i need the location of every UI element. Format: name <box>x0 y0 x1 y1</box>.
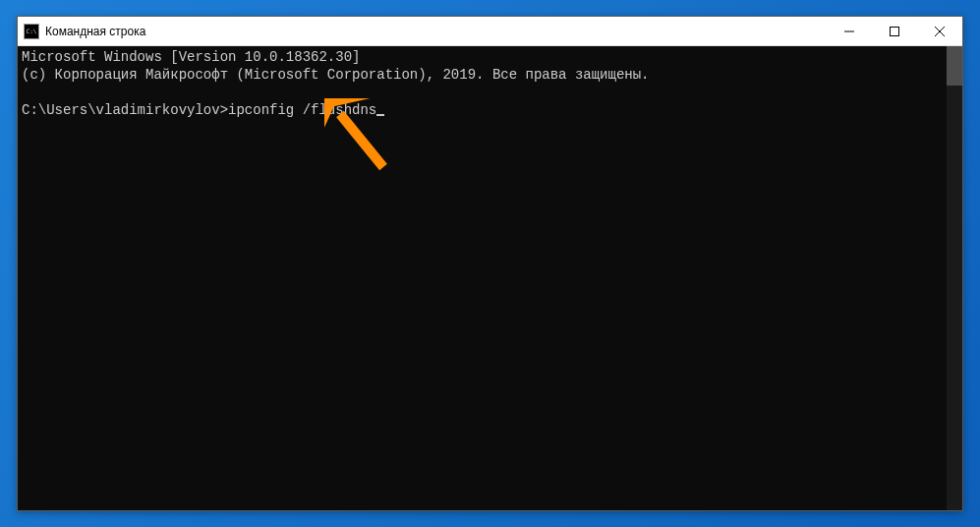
maximize-button[interactable] <box>872 17 917 45</box>
vertical-scrollbar[interactable] <box>947 46 962 510</box>
text-cursor <box>376 114 384 116</box>
prompt-text: C:\Users\vladimirkovylov> <box>22 102 228 118</box>
close-button[interactable] <box>917 17 962 45</box>
command-prompt-window: C:\ Командная строка Microsoft Windows [… <box>17 16 963 511</box>
scrollbar-thumb[interactable] <box>947 46 962 86</box>
terminal-area[interactable]: Microsoft Windows [Version 10.0.18362.30… <box>18 46 962 510</box>
cmd-icon: C:\ <box>24 24 39 39</box>
close-icon <box>935 27 945 36</box>
minimize-icon <box>844 27 854 36</box>
window-title: Командная строка <box>45 25 827 38</box>
version-line: Microsoft Windows [Version 10.0.18362.30… <box>22 49 360 65</box>
maximize-icon <box>890 27 899 36</box>
window-controls <box>827 17 962 45</box>
terminal-output: Microsoft Windows [Version 10.0.18362.30… <box>18 46 962 121</box>
title-bar[interactable]: C:\ Командная строка <box>18 17 962 46</box>
minimize-button[interactable] <box>827 17 872 45</box>
copyright-line: (c) Корпорация Майкрософт (Microsoft Cor… <box>22 67 650 83</box>
svg-rect-1 <box>891 27 899 35</box>
command-input[interactable]: ipconfig /flushdns <box>228 102 376 118</box>
